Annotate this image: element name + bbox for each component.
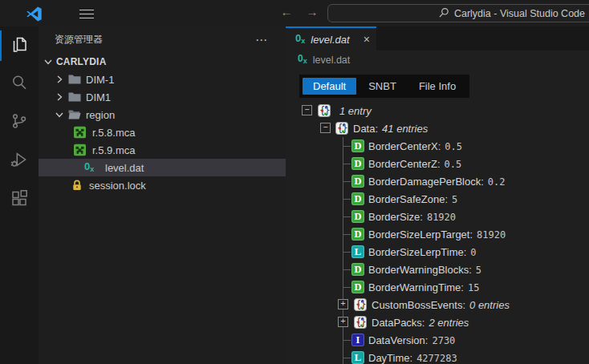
long-tag-icon: L <box>351 351 364 364</box>
nbt-value: 0.2 <box>488 176 506 188</box>
nbt-value: 4277283 <box>416 353 457 364</box>
nav-forward-icon[interactable]: → <box>303 5 321 18</box>
nbt-row-bordersize[interactable]: DBorderSize:81920 <box>286 208 589 225</box>
editor-tab-bar: 0x level.dat × <box>286 26 589 51</box>
nbt-row-borderwarningtime[interactable]: DBorderWarningTime:15 <box>286 278 589 296</box>
tree-guide-stub <box>343 234 351 235</box>
nbt-key: BorderSafeZone: <box>368 193 448 205</box>
tree-guide-stub <box>343 358 351 358</box>
files-icon <box>10 34 29 57</box>
nbt-row-custombossevents[interactable]: +{}CustomBossEvents:0 entries <box>286 296 589 313</box>
nbt-value: 81920 <box>477 229 506 241</box>
nbt-file-icon: 0x <box>298 54 307 67</box>
nbt-key: CustomBossEvents: <box>372 299 465 311</box>
collapse-expander-icon[interactable]: − <box>320 123 331 133</box>
nbt-key: DayTime: <box>368 352 412 364</box>
breadcrumb-item[interactable]: level.dat <box>313 55 351 66</box>
sidebar-item-dim1[interactable]: DIM1 <box>39 88 286 106</box>
sidebar-item-r-5-8-mca[interactable]: r.5.8.mca <box>39 123 286 141</box>
nbt-row-datapacks[interactable]: +{}DataPacks:2 entries <box>286 313 589 331</box>
activity-explorer-button[interactable] <box>0 26 39 65</box>
nbt-row-bordersafezone[interactable]: DBorderSafeZone:5 <box>286 190 589 208</box>
int-tag-icon: I <box>351 334 364 346</box>
tree-guide-stub <box>343 216 351 217</box>
double-tag-icon: D <box>351 175 364 188</box>
nbt-entry-count: 2 entries <box>429 317 469 329</box>
more-actions-icon[interactable]: ⋯ <box>255 33 268 47</box>
tree-guide-stub <box>343 146 351 147</box>
nbt-row-borderwarningblocks[interactable]: DBorderWarningBlocks:5 <box>286 261 589 278</box>
nbt-entry-count: 41 entries <box>382 123 428 135</box>
nbt-row-data[interactable]: −{}Data:41 entries <box>286 119 589 137</box>
double-tag-icon: D <box>351 228 364 241</box>
nbt-row-bordercenterx[interactable]: DBorderCenterX:0.5 <box>286 137 589 155</box>
activity-search-button[interactable] <box>0 65 39 103</box>
tree-guide-stub <box>343 340 351 341</box>
sidebar-item-level-dat[interactable]: 0xlevel.dat <box>39 159 286 176</box>
activity-source-control-button[interactable] <box>0 103 39 142</box>
nbt-key: BorderWarningTime: <box>368 281 464 293</box>
nbt-value: 15 <box>468 282 479 293</box>
chevron-down-icon <box>54 109 65 120</box>
tab-default[interactable]: Default <box>303 78 356 95</box>
tree-guide-stub <box>343 252 351 253</box>
tree-guide-stub <box>343 164 351 164</box>
nbt-value: 2730 <box>432 335 455 346</box>
nbt-key: BorderCenterX: <box>368 140 441 152</box>
chevron-down-icon <box>43 56 54 67</box>
sidebar-item-session-lock[interactable]: session.lock <box>39 176 286 194</box>
nav-back-icon[interactable]: ← <box>278 5 295 18</box>
nbt-value: 0.5 <box>445 141 462 152</box>
close-icon[interactable]: × <box>364 34 370 45</box>
activity-run-debug-button[interactable] <box>0 142 39 180</box>
nbt-row-bordersizelerptime[interactable]: LBorderSizeLerpTime:0 <box>286 243 589 261</box>
command-center-search[interactable]: Carlydia - Visual Studio Code <box>327 4 589 22</box>
nbt-value: 5 <box>476 265 481 276</box>
nbt-key: BorderWarningBlocks: <box>368 264 472 276</box>
nbt-key: BorderDamagePerBlock: <box>368 176 484 188</box>
nbt-entry-count: 1 entry <box>339 105 372 117</box>
vscode-window: ← → Carlydia - Visual Studio Code <box>0 0 589 364</box>
creeper-mca-icon <box>74 127 86 139</box>
double-tag-icon: D <box>351 157 364 170</box>
breadcrumb: 0x level.dat <box>286 51 589 69</box>
explorer-sidebar: 资源管理器 ⋯ CARLYDIADIM-1DIM1regionr.5.8.mca… <box>39 26 286 364</box>
nbt-key: BorderSizeLerpTime: <box>368 246 466 258</box>
menu-hamburger-icon[interactable] <box>79 8 94 22</box>
double-tag-icon: D <box>351 210 364 223</box>
nbt-row-borderdamageperblock[interactable]: DBorderDamagePerBlock:0.2 <box>286 172 589 190</box>
file-label: r.5.8.mca <box>92 127 135 139</box>
sidebar-item-region[interactable]: region <box>39 106 286 123</box>
tab-level-dat[interactable]: 0x level.dat × <box>286 26 376 51</box>
double-tag-icon: D <box>351 263 364 276</box>
tree-guide-stub <box>343 181 351 182</box>
collapse-expander-icon[interactable]: − <box>302 105 312 115</box>
tab-snbt[interactable]: SNBT <box>358 78 407 95</box>
nbt-row-daytime[interactable]: LDayTime:4277283 <box>286 349 589 364</box>
nbt-row-dataversion[interactable]: IDataVersion:2730 <box>286 331 589 349</box>
nbt-row-bordercenterz[interactable]: DBorderCenterZ:0.5 <box>286 155 589 172</box>
compound-tag-icon: {} <box>354 298 367 311</box>
double-tag-icon: D <box>351 281 364 293</box>
nbt-key: BorderSize: <box>368 211 423 223</box>
sidebar-item-carlydia[interactable]: CARLYDIA <box>39 53 286 71</box>
file-label: r.5.9.mca <box>92 144 135 156</box>
compound-tag-icon: {} <box>354 316 367 329</box>
nbt-row-root[interactable]: −{}1 entry <box>286 102 589 119</box>
expand-expander-icon[interactable]: + <box>338 317 348 327</box>
nbt-key: Data: <box>353 123 378 135</box>
file-label: DIM-1 <box>86 74 114 86</box>
file-label: level.dat <box>105 162 144 174</box>
nbt-key: DataPacks: <box>372 317 424 329</box>
nbt-view-toolbar: Default SNBT File Info <box>286 69 589 100</box>
sidebar-item-r-5-9-mca[interactable]: r.5.9.mca <box>39 141 286 159</box>
tab-file-info[interactable]: File Info <box>408 78 466 95</box>
activity-extensions-button[interactable] <box>0 180 39 219</box>
view-mode-tabs: Default SNBT File Info <box>299 75 469 98</box>
sidebar-item-dim-1[interactable]: DIM-1 <box>39 71 286 88</box>
nbt-value: 0 <box>470 247 476 258</box>
file-label: session.lock <box>89 180 146 192</box>
nbt-value: 0.5 <box>445 159 462 170</box>
nbt-row-bordersizelerptarget[interactable]: DBorderSizeLerpTarget:81920 <box>286 225 589 243</box>
expand-expander-icon[interactable]: + <box>338 299 348 309</box>
